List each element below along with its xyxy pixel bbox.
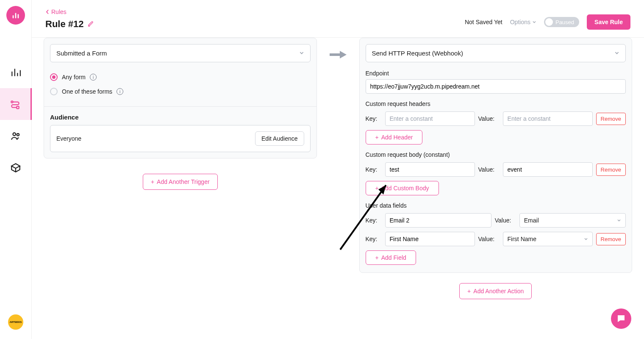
audience-value: Everyone (56, 135, 81, 142)
endpoint-label: Endpoint (366, 70, 626, 77)
nav-automations[interactable] (0, 88, 32, 120)
userfield-value-select[interactable]: Email (519, 213, 626, 228)
remove-button[interactable]: Remove (596, 233, 626, 245)
trigger-card: Submitted a Form Any form i (44, 38, 317, 158)
value-label: Value: (478, 115, 500, 122)
svg-point-10 (17, 133, 19, 136)
radio-any-form[interactable]: Any form i (50, 70, 311, 84)
svg-rect-0 (13, 15, 14, 18)
flow-icon (10, 99, 21, 110)
nav-integrations[interactable] (0, 152, 32, 183)
remove-button[interactable]: Remove (596, 113, 626, 125)
header-value-input[interactable] (503, 111, 593, 126)
body-label: Custom request body (constant) (366, 151, 626, 158)
topbar: Rules Rule #12 Not Saved Yet Options (32, 0, 644, 38)
content: Submitted a Form Any form i (32, 38, 644, 339)
key-label: Key: (366, 115, 382, 122)
plus-icon: + (375, 185, 379, 192)
radio-checked-icon (50, 73, 58, 81)
vendor-badge-label: ARTBEES (10, 321, 22, 323)
chat-icon (616, 314, 626, 324)
add-body-button[interactable]: + Add Custom Body (366, 181, 439, 195)
plus-icon: + (375, 134, 379, 141)
options-button[interactable]: Options (510, 19, 536, 25)
remove-button[interactable]: Remove (596, 164, 626, 176)
breadcrumb[interactable]: Rules (45, 8, 94, 15)
headers-label: Custom request headers (366, 100, 626, 107)
userfields-label: User data fields (366, 202, 626, 209)
radio-one-of-forms[interactable]: One of these forms i (50, 84, 311, 99)
chat-fab[interactable] (611, 308, 631, 329)
add-field-button[interactable]: + Add Field (366, 250, 416, 265)
box-icon (10, 162, 21, 173)
nav-analytics[interactable] (0, 56, 32, 88)
userfield-row-2: Key: Value: First Name Remove (366, 232, 626, 246)
key-label: Key: (366, 166, 382, 173)
main: Rules Rule #12 Not Saved Yet Options (32, 0, 644, 339)
info-icon[interactable]: i (90, 74, 97, 81)
edit-audience-button[interactable]: Edit Audience (255, 131, 304, 146)
svg-rect-1 (15, 13, 17, 19)
bars-icon (11, 11, 20, 20)
toggle-label: Paused (555, 19, 574, 25)
key-label: Key: (366, 236, 382, 242)
key-label: Key: (366, 217, 382, 224)
add-trigger-button[interactable]: + Add Another Trigger (143, 174, 218, 190)
trigger-column: Submitted a Form Any form i (44, 38, 317, 190)
save-status: Not Saved Yet (465, 19, 502, 25)
value-label: Value: (478, 236, 500, 242)
action-column: Send HTTP Request (Webhook) Endpoint Cus… (359, 38, 633, 299)
userfield-value-select[interactable]: First Name (503, 232, 593, 246)
edit-title-icon[interactable] (87, 19, 94, 30)
svg-rect-2 (18, 14, 19, 18)
chevron-down-icon (299, 50, 304, 57)
status-toggle[interactable]: Paused (544, 17, 579, 27)
body-value-input[interactable] (503, 162, 593, 177)
page-title: Rule #12 (45, 19, 94, 30)
chevron-down-icon (614, 50, 619, 57)
body-key-input[interactable] (385, 162, 475, 177)
add-action-button[interactable]: + Add Another Action (459, 283, 532, 299)
radio-unchecked-icon (50, 88, 58, 95)
info-icon[interactable]: i (117, 88, 123, 95)
value-label: Value: (495, 217, 516, 224)
svg-point-9 (13, 133, 16, 136)
plus-icon: + (375, 254, 379, 261)
people-icon (10, 131, 21, 142)
plus-icon: + (151, 178, 154, 185)
userfield-key-input[interactable] (385, 232, 475, 246)
flow-arrow-icon (325, 38, 351, 60)
value-label: Value: (478, 166, 500, 173)
endpoint-input[interactable] (366, 79, 626, 94)
chart-icon (10, 67, 21, 78)
audience-row: Everyone Edit Audience (50, 125, 311, 152)
breadcrumb-label: Rules (51, 8, 67, 15)
action-select[interactable]: Send HTTP Request (Webhook) (366, 44, 626, 62)
userfield-key-input[interactable] (385, 213, 491, 228)
plus-icon: + (467, 288, 471, 295)
toggle-knob (545, 18, 553, 26)
sidebar: ARTBEES (0, 0, 32, 339)
body-row: Key: Value: Remove (366, 162, 626, 177)
action-card: Send HTTP Request (Webhook) Endpoint Cus… (359, 38, 633, 273)
svg-rect-8 (17, 106, 19, 108)
chevron-left-icon (45, 10, 50, 14)
save-button[interactable]: Save Rule (587, 14, 630, 30)
app-logo[interactable] (6, 6, 25, 25)
header-key-input[interactable] (385, 111, 475, 126)
header-row: Key: Value: Remove (366, 111, 626, 126)
add-header-button[interactable]: + Add Header (366, 130, 423, 144)
chevron-down-icon (617, 218, 621, 222)
chevron-down-icon (584, 237, 588, 241)
nav-people[interactable] (0, 120, 32, 152)
vendor-badge: ARTBEES (8, 314, 23, 330)
audience-header: Audience (44, 107, 316, 125)
trigger-select[interactable]: Submitted a Form (50, 44, 311, 62)
userfield-row-1: Key: Value: Email (366, 213, 626, 228)
chevron-down-icon (532, 20, 536, 24)
